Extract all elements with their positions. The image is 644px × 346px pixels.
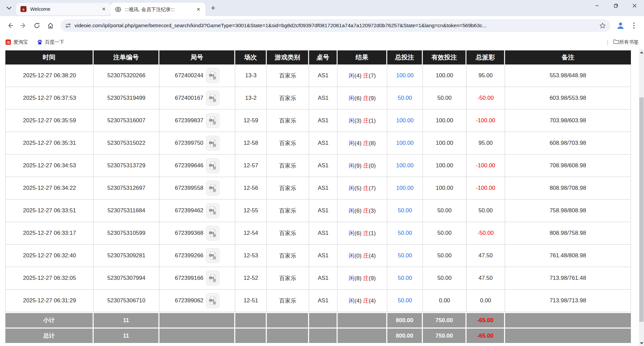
cell-table-no: AS1: [309, 290, 338, 312]
cell-total-bet[interactable]: 50.00: [387, 245, 423, 267]
cell-total-bet[interactable]: 50.00: [387, 290, 423, 312]
cell-game: 百家乐: [267, 177, 309, 200]
cell-bet-id: 523075306710: [94, 290, 159, 312]
video-replay-button[interactable]: [206, 248, 219, 263]
cell-valid-bet: 100.00: [423, 132, 466, 155]
header-note: 备注: [505, 50, 631, 64]
bet-table-body: 2025-12-27 06:38:20 523075320266 6724002…: [5, 64, 631, 312]
address-bar[interactable]: videoie.com/ipl/portal.php/game/betrecor…: [60, 19, 610, 32]
video-replay-button[interactable]: [206, 226, 219, 241]
bookmark-baidu[interactable]: 百度一下: [37, 39, 64, 45]
result-banker-value: (7): [369, 73, 376, 79]
page-content: 时间 注单编号 局号 场次 游戏类别 桌号 结果 总投注 有效投注 总派彩 备注…: [0, 49, 644, 346]
cell-total-bet[interactable]: 100.00: [387, 155, 423, 177]
cell-time: 2025-12-27 06:33:17: [5, 222, 94, 245]
profile-button[interactable]: [614, 19, 627, 32]
cell-bet-id: 523075316007: [94, 110, 159, 132]
back-button[interactable]: [3, 19, 17, 32]
cell-note: 608.98/703.98: [505, 132, 631, 155]
cell-table-no: AS1: [309, 200, 338, 222]
total-total-bet: 800.00: [387, 328, 423, 343]
tab-betrecord[interactable]: :::视讯. 会员下注纪录::: ✕: [111, 3, 205, 16]
reload-button[interactable]: [30, 19, 44, 32]
result-player-value: (4): [354, 73, 363, 79]
header-game-type: 游戏类别: [267, 50, 309, 64]
footer-empty-cell: [267, 328, 309, 343]
result-banker-label: 庄: [363, 95, 369, 101]
total-count: 11: [94, 328, 159, 343]
reload-icon: [34, 22, 40, 29]
minimize-button[interactable]: [588, 0, 606, 11]
cell-valid-bet: 50.00: [423, 245, 466, 267]
video-replay-button[interactable]: [206, 68, 219, 83]
footer-empty-cell: [235, 312, 267, 328]
cell-total-bet[interactable]: 50.00: [387, 200, 423, 222]
cell-bet-id: 523075313729: [94, 155, 159, 177]
cell-note: 713.98/713.98: [505, 290, 631, 312]
cell-session: 12-57: [235, 155, 267, 177]
result-banker-label: 庄: [363, 73, 369, 79]
cell-payout: 0.00: [466, 290, 505, 312]
result-player-label: 闲: [349, 275, 354, 282]
forward-button[interactable]: [17, 19, 30, 32]
footer-empty-cell: [338, 328, 387, 343]
cell-bet-id: 523075309281: [94, 245, 159, 267]
cell-table-no: AS1: [309, 177, 338, 200]
result-player-value: (4): [354, 298, 363, 304]
video-file-icon: [208, 251, 217, 260]
cell-total-bet[interactable]: 100.00: [387, 64, 423, 87]
cell-payout: -100.00: [466, 177, 505, 200]
result-player-label: 闲: [349, 163, 354, 169]
tab-close-icon[interactable]: ✕: [195, 6, 202, 13]
maximize-button[interactable]: [606, 0, 625, 11]
cell-time: 2025-12-27 06:37:53: [5, 87, 94, 110]
result-player-label: 闲: [349, 118, 354, 124]
video-replay-button[interactable]: [206, 181, 219, 196]
kebab-menu-icon: [633, 23, 635, 29]
cell-payout: -100.00: [466, 110, 505, 132]
video-file-icon: [208, 183, 217, 193]
bookmark-star-icon[interactable]: [599, 23, 606, 29]
video-replay-button[interactable]: [206, 271, 219, 286]
cell-total-bet[interactable]: 50.00: [387, 222, 423, 245]
cell-total-bet[interactable]: 50.00: [387, 87, 423, 110]
video-replay-button[interactable]: [206, 203, 219, 218]
bookmark-aitaobao[interactable]: 淘 爱淘宝: [5, 39, 28, 45]
scrollbar-down-button[interactable]: [639, 341, 644, 346]
cell-valid-bet: 0.00: [423, 290, 466, 312]
header-round-id: 局号: [159, 50, 235, 64]
round-number: 672399368: [175, 230, 203, 236]
menu-button[interactable]: [627, 19, 641, 32]
video-replay-button[interactable]: [206, 158, 219, 173]
home-button[interactable]: [44, 19, 57, 32]
cell-total-bet[interactable]: 100.00: [387, 177, 423, 200]
tab-strip: ♠ Welcome ✕ :::视讯. 会员下注纪录::: ✕ +: [0, 0, 644, 16]
cell-total-bet[interactable]: 50.00: [387, 267, 423, 290]
cell-total-bet[interactable]: 100.00: [387, 110, 423, 132]
tab-welcome[interactable]: ♠ Welcome ✕: [16, 3, 111, 15]
close-window-button[interactable]: [625, 0, 644, 11]
site-info-icon[interactable]: [65, 23, 71, 29]
result-player-value: (9): [354, 163, 363, 169]
all-bookmarks-button[interactable]: | 所有书签: [607, 39, 639, 46]
cell-total-bet[interactable]: 100.00: [387, 132, 423, 155]
page-scrollbar[interactable]: [639, 49, 644, 346]
cell-session: 13-2: [235, 87, 267, 110]
result-player-label: 闲: [349, 230, 354, 236]
result-player-value: (6): [354, 208, 363, 214]
video-replay-button[interactable]: [206, 136, 219, 150]
new-tab-button[interactable]: +: [208, 3, 218, 13]
video-replay-button[interactable]: [206, 113, 219, 128]
scrollbar-thumb[interactable]: [639, 97, 644, 322]
footer-empty-cell: [235, 328, 267, 343]
tab-close-icon[interactable]: ✕: [100, 5, 107, 13]
subtotal-count: 11: [94, 312, 159, 328]
video-replay-button[interactable]: [206, 293, 219, 308]
cell-game: 百家乐: [267, 222, 309, 245]
footer-empty-cell: [309, 312, 338, 328]
video-replay-button[interactable]: [206, 91, 219, 105]
footer-empty-cell: [309, 328, 338, 343]
round-number: 672399062: [175, 297, 203, 304]
scrollbar-up-button[interactable]: [639, 50, 644, 55]
tab-search-button[interactable]: [4, 3, 14, 13]
